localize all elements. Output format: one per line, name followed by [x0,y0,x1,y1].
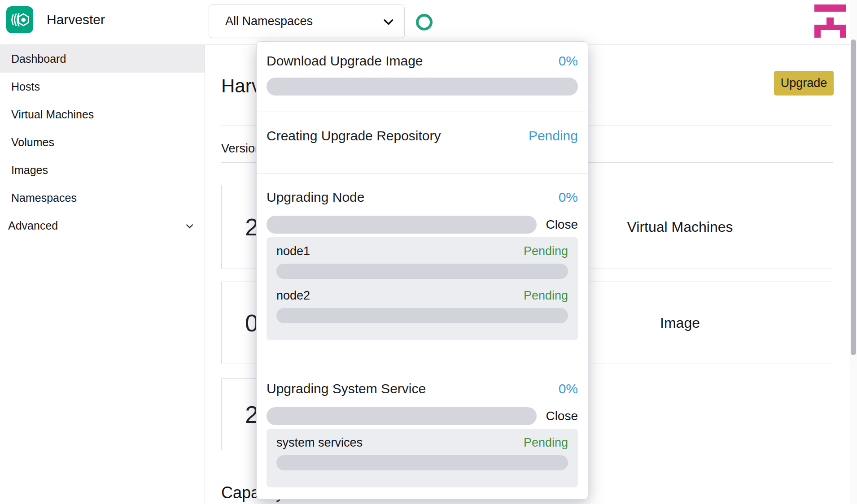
sidebar-item-label: Dashboard [11,52,66,65]
harvester-app: Harvester All Namespaces Dashboard Hosts… [0,0,857,504]
sidebar-group-advanced[interactable]: Advanced [0,212,205,239]
version-label: Version [221,142,262,156]
chevron-down-icon [186,221,193,228]
sidebar-item-label: Advanced [8,219,58,232]
chevron-down-icon [384,15,394,25]
progress-bar [267,78,578,96]
sidebar-item-label: Virtual Machines [11,108,94,121]
top-header: Harvester All Namespaces [0,0,857,45]
progress-bar [276,308,568,323]
section-creating-upgrade-repository: Creating Upgrade Repository Pending [257,112,588,174]
avatar-shape [826,17,834,25]
service-status: Pending [524,436,568,450]
service-name: system services [276,436,363,450]
node-status: Pending [524,244,568,258]
node-status: Pending [524,289,568,303]
user-avatar[interactable] [814,4,846,38]
node-name: node2 [276,289,310,303]
section-upgrading-system-service: Upgrading System Service 0% Close system… [257,363,588,487]
progress-bar [267,407,537,425]
sidebar-item-images[interactable]: Images [0,156,205,184]
harvester-wheat-icon [10,10,30,30]
section-download-upgrade-image: Download Upgrade Image 0% [257,42,588,112]
scrollbar-track [850,0,857,504]
sidebar-item-label: Images [11,164,48,177]
namespace-select-value: All Namespaces [225,14,384,28]
section-status: 0% [559,190,578,205]
upgrade-progress-popover: Download Upgrade Image 0% Creating Upgra… [256,41,588,500]
harvester-logo-icon [6,6,33,33]
node-row: node1 Pending [276,244,568,279]
section-title: Upgrading Node [267,190,364,205]
sidebar-item-virtual-machines[interactable]: Virtual Machines [0,100,205,128]
avatar-shape [814,25,846,38]
scrollbar-thumb[interactable] [851,39,856,355]
node-progress-panel: node1 Pending node2 Pending [267,237,578,340]
sidebar-item-dashboard[interactable]: Dashboard [0,45,205,73]
section-status: 0% [559,381,578,396]
progress-bar [276,264,568,279]
namespace-select[interactable]: All Namespaces [209,4,405,38]
close-node-details-button[interactable]: Close [537,217,578,232]
section-title: Upgrading System Service [267,381,426,396]
node-name: node1 [276,244,310,258]
status-ring-icon [416,14,433,30]
section-upgrading-node: Upgrading Node 0% Close node1 Pending no [257,174,588,363]
progress-bar [267,216,537,234]
sidebar-nav: Dashboard Hosts Virtual Machines Volumes… [0,45,205,504]
progress-bar [276,455,568,470]
section-status: 0% [559,53,578,69]
sidebar-item-label: Volumes [11,136,54,149]
sidebar-item-volumes[interactable]: Volumes [0,128,205,156]
brand-title: Harvester [47,12,105,27]
upgrade-button[interactable]: Upgrade [774,71,834,96]
service-progress-panel: system services Pending [267,429,578,487]
node-row: node2 Pending [276,289,568,323]
sidebar-item-label: Hosts [11,80,40,93]
brand-home-link[interactable]: Harvester [6,6,105,33]
sidebar-item-hosts[interactable]: Hosts [0,73,205,100]
sidebar-item-namespaces[interactable]: Namespaces [0,184,205,212]
sidebar-item-label: Namespaces [11,191,77,204]
avatar-shape [821,30,840,38]
section-title: Download Upgrade Image [267,53,423,69]
section-title: Creating Upgrade Repository [267,128,441,143]
service-row: system services Pending [276,436,568,470]
section-status: Pending [529,128,578,143]
avatar-shape [814,4,846,12]
close-service-details-button[interactable]: Close [537,409,578,423]
